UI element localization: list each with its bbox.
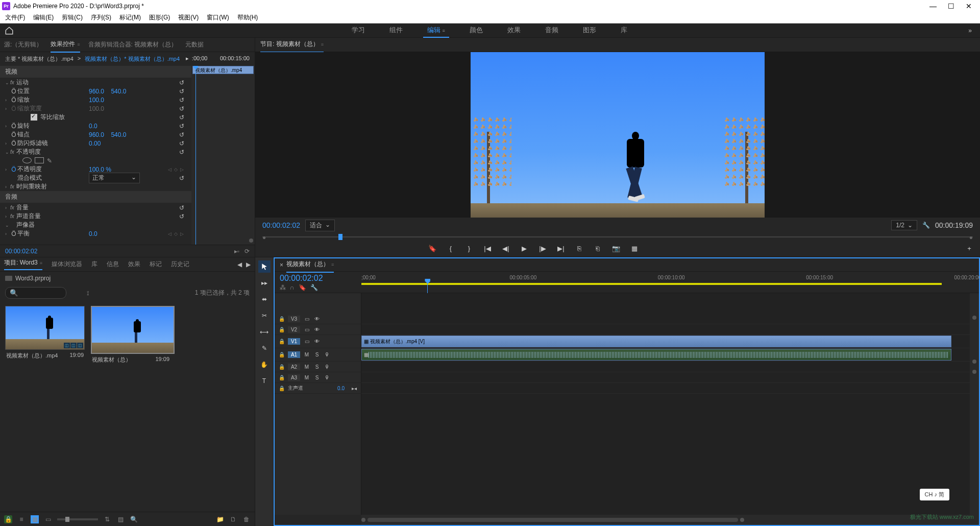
scrubber-handle-left[interactable]: ● bbox=[262, 234, 266, 241]
stopwatch-icon[interactable]: Ö bbox=[10, 166, 17, 173]
opacity-value[interactable]: 100.0 % bbox=[89, 166, 111, 173]
solo-icon[interactable]: S bbox=[313, 352, 321, 357]
marker-icon[interactable]: 🔖 bbox=[299, 284, 306, 291]
effect-controls-timeline[interactable]: 视频素材（总）.mp4 bbox=[191, 66, 255, 245]
tab-info[interactable]: 信息 bbox=[107, 260, 119, 269]
ec-sequence-clip[interactable]: 视频素材（总）* 视频素材（总）.mp4 bbox=[85, 55, 180, 63]
delete-icon[interactable]: 🗑 bbox=[242, 515, 251, 523]
ec-master-clip[interactable]: 主要 * 视频素材（总）.mp4 bbox=[5, 55, 74, 63]
eye-icon[interactable]: 👁 bbox=[313, 327, 321, 332]
razor-tool-icon[interactable]: ✂ bbox=[258, 309, 271, 322]
menu-help[interactable]: 帮助(H) bbox=[234, 12, 261, 23]
reset-icon[interactable]: ↺ bbox=[179, 105, 186, 112]
lock-icon[interactable]: 🔒 bbox=[279, 386, 285, 391]
workspace-audio[interactable]: 音频 bbox=[541, 23, 562, 38]
bin-item-clip[interactable]: ◫◫◫ 视频素材（总）.mp419:09 bbox=[5, 306, 85, 362]
tab-effects[interactable]: 效果 bbox=[128, 260, 140, 269]
work-area-bar[interactable] bbox=[361, 283, 942, 285]
stopwatch-icon[interactable]: Ö bbox=[10, 140, 17, 147]
tab-project[interactable]: 项目: Word3≡ bbox=[4, 258, 42, 270]
prev-keyframe-icon[interactable]: ◁ bbox=[167, 231, 172, 236]
track-v3[interactable]: V3 bbox=[288, 316, 300, 322]
tab-media-browser[interactable]: 媒体浏览器 bbox=[52, 260, 82, 269]
solo-icon[interactable]: S bbox=[313, 364, 321, 370]
close-icon[interactable]: × bbox=[280, 261, 283, 269]
toggle-output-icon[interactable]: ▭ bbox=[303, 327, 310, 332]
balance-value[interactable]: 0.0 bbox=[89, 230, 97, 237]
ripple-edit-tool-icon[interactable]: ⬌ bbox=[258, 293, 271, 305]
reset-icon[interactable]: ↺ bbox=[179, 123, 186, 130]
go-to-in-icon[interactable]: |◀ bbox=[483, 244, 492, 253]
step-back-icon[interactable]: ◀| bbox=[501, 244, 510, 253]
track-v2[interactable]: V2 bbox=[288, 326, 300, 333]
zoom-dropdown[interactable]: 1/2⌄ bbox=[891, 220, 917, 230]
out-point-icon[interactable]: } bbox=[464, 244, 474, 253]
expand-icon[interactable]: ⌄ bbox=[5, 150, 10, 155]
position-y[interactable]: 540.0 bbox=[111, 88, 126, 95]
reset-icon[interactable]: ↺ bbox=[179, 149, 186, 156]
ime-indicator[interactable]: CH ♪ 简 bbox=[920, 489, 950, 500]
mute-icon[interactable]: M bbox=[303, 352, 310, 357]
linked-selection-icon[interactable]: ∩ bbox=[290, 284, 295, 291]
list-view-icon[interactable]: ≡ bbox=[17, 515, 26, 523]
ec-play-icon[interactable]: ▸▫ bbox=[234, 248, 239, 255]
reset-icon[interactable]: ↺ bbox=[179, 97, 186, 104]
scrubber-playhead[interactable] bbox=[338, 234, 342, 240]
track-v1[interactable]: V1 bbox=[288, 338, 300, 345]
mute-icon[interactable]: M bbox=[303, 375, 310, 380]
expand-icon[interactable]: › bbox=[5, 167, 10, 172]
maximize-button[interactable]: ☐ bbox=[948, 2, 954, 10]
write-lock-icon[interactable]: 🔒 bbox=[4, 515, 12, 523]
reset-icon[interactable]: ↺ bbox=[179, 131, 186, 138]
search-input[interactable] bbox=[5, 287, 66, 299]
menu-window[interactable]: 窗口(W) bbox=[204, 12, 232, 23]
workspace-libraries[interactable]: 库 bbox=[617, 23, 631, 38]
workspace-learn[interactable]: 学习 bbox=[348, 23, 369, 38]
ec-loop-icon[interactable]: ⟳ bbox=[244, 248, 250, 255]
solo-icon[interactable]: S bbox=[313, 375, 321, 380]
timeline-ruler[interactable]: ;00;00 00:00:05:00 00:00:10:00 00:00:15:… bbox=[361, 272, 979, 293]
expand-icon[interactable]: › bbox=[5, 184, 10, 189]
video-clip[interactable]: ▦ 视频素材（总）.mp4 [V] bbox=[361, 336, 951, 347]
expand-icon[interactable]: › bbox=[5, 98, 10, 103]
lock-icon[interactable]: 🔒 bbox=[279, 375, 285, 380]
snap-icon[interactable]: ⁂ bbox=[280, 284, 286, 291]
mask-rect-icon[interactable] bbox=[35, 157, 44, 163]
lock-icon[interactable]: 🔒 bbox=[279, 339, 285, 344]
stopwatch-icon[interactable]: Ö bbox=[10, 131, 17, 138]
workspace-effects[interactable]: 效果 bbox=[503, 23, 525, 38]
expand-icon[interactable]: › bbox=[5, 141, 10, 146]
tab-source[interactable]: 源:（无剪辑） bbox=[4, 38, 42, 52]
uniform-scale-checkbox[interactable] bbox=[31, 114, 37, 121]
workspace-color[interactable]: 颜色 bbox=[465, 23, 487, 38]
menu-marker[interactable]: 标记(M) bbox=[116, 12, 144, 23]
expand-icon[interactable]: ⌄ bbox=[5, 223, 10, 228]
ec-timeline-clip[interactable]: 视频素材（总）.mp4 bbox=[192, 66, 254, 74]
new-item-icon[interactable]: 🗋 bbox=[229, 515, 237, 523]
tab-libraries[interactable]: 库 bbox=[91, 260, 97, 269]
track-a3[interactable]: A3 bbox=[288, 374, 300, 381]
selection-tool-icon[interactable] bbox=[258, 260, 271, 273]
expand-icon[interactable]: › bbox=[5, 106, 10, 111]
expand-icon[interactable]: › bbox=[5, 205, 10, 210]
time-remap-label[interactable]: 时间重映射 bbox=[16, 182, 88, 191]
stopwatch-icon[interactable]: Ö bbox=[10, 230, 17, 237]
toggle-output-icon[interactable]: ▭ bbox=[303, 316, 310, 322]
reset-icon[interactable]: ↺ bbox=[179, 213, 186, 220]
track-a2[interactable]: A2 bbox=[288, 364, 300, 370]
filter-icon[interactable]: ⟟ bbox=[87, 290, 89, 297]
in-point-icon[interactable]: { bbox=[446, 244, 455, 253]
settings-icon[interactable]: 🔧 bbox=[310, 284, 318, 291]
reset-icon[interactable]: ↺ bbox=[179, 79, 186, 86]
program-timecode-left[interactable]: 00:00:02:02 bbox=[262, 221, 300, 229]
workspace-overflow[interactable]: » bbox=[964, 25, 976, 36]
opacity-section[interactable]: 不透明度 bbox=[16, 148, 88, 156]
reset-icon[interactable]: ↺ bbox=[179, 204, 186, 211]
freeform-view-icon[interactable]: ▭ bbox=[44, 515, 52, 523]
marker-icon[interactable]: 🔖 bbox=[428, 244, 437, 253]
timeline-timecode[interactable]: 00:00:02:02 bbox=[280, 274, 356, 283]
reset-icon[interactable]: ↺ bbox=[179, 114, 186, 121]
next-keyframe-icon[interactable]: ▷ bbox=[179, 231, 184, 236]
voice-icon[interactable]: 🎙 bbox=[324, 364, 331, 370]
anchor-y[interactable]: 540.0 bbox=[111, 131, 126, 138]
